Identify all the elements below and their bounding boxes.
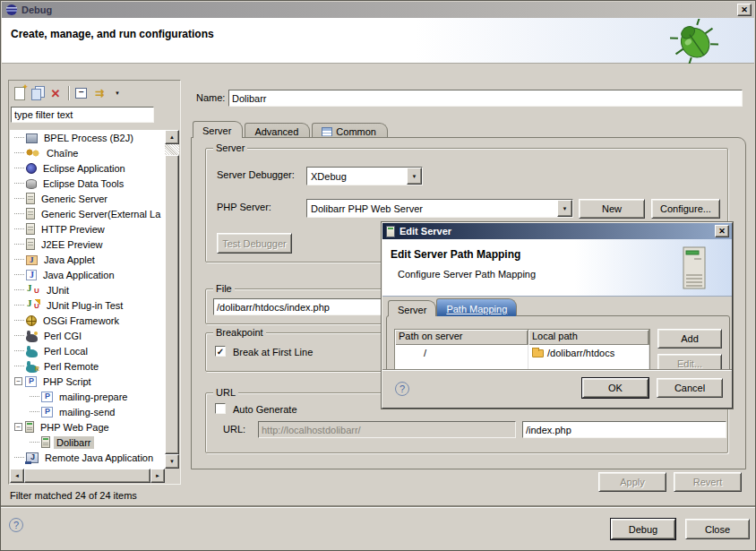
server-debugger-dropdown[interactable]: XDebug ▼: [306, 167, 423, 185]
window-close-button[interactable]: ✕: [737, 4, 752, 16]
name-input[interactable]: [228, 90, 743, 107]
scroll-right-button[interactable]: ►: [150, 469, 165, 483]
path-mapping-row[interactable]: //dolibarr/htdocs: [395, 345, 649, 361]
server-debugger-label: Server Debugger:: [217, 169, 295, 180]
tree-item-perl-local[interactable]: Perl Local: [10, 343, 165, 358]
tree-item-cha-ne[interactable]: Chaîne: [10, 145, 165, 160]
tab-common[interactable]: Common: [312, 123, 388, 138]
edit-server-dialog: Edit Server ✕ Edit Server Path Mapping C…: [382, 222, 733, 409]
toolbar-menu-arrow[interactable]: ▼: [108, 84, 126, 102]
auto-generate-label: Auto Generate: [233, 404, 297, 415]
tree-item-remote-java-application[interactable]: Remote Java Application: [10, 450, 165, 465]
window-title-bar[interactable]: Debug ✕: [2, 2, 754, 18]
tree-item-label: Generic Server(External La: [39, 208, 163, 220]
tree-line: [14, 457, 24, 458]
tree-line: [14, 183, 24, 184]
tree-item-label: Generic Server: [39, 193, 110, 205]
tree-item-mailing-prepare[interactable]: mailing-prepare: [10, 389, 165, 404]
collapse-toggle-icon[interactable]: −: [14, 423, 22, 431]
ok-button[interactable]: OK: [582, 378, 649, 398]
tree-item-java-application[interactable]: Java Application: [10, 267, 165, 282]
delete-configuration-button[interactable]: ✕: [47, 84, 64, 102]
tree-item-osgi-framework[interactable]: OSGi Framework: [10, 313, 165, 328]
table-icon: [322, 127, 332, 136]
edit-server-close-button[interactable]: ✕: [715, 225, 729, 237]
tree-line: [14, 350, 24, 351]
php-server-dropdown[interactable]: Dolibarr PHP Web Server ▼: [306, 199, 573, 218]
tree-item-junit-plug-in-test[interactable]: JUnit Plug-in Test: [10, 297, 165, 313]
tree-item-eclipse-data-tools[interactable]: Eclipse Data Tools: [10, 176, 165, 191]
filter-button[interactable]: ⇉: [90, 84, 108, 102]
edit-server-header: Edit Server Path Mapping Configure Serve…: [382, 239, 732, 297]
new-server-button[interactable]: New: [579, 199, 645, 219]
revert-button[interactable]: Revert: [674, 472, 742, 492]
tree-item-perl-cgi[interactable]: Perl CGI: [10, 328, 165, 343]
scroll-thumb[interactable]: [165, 155, 179, 454]
tree-item-php-web-page[interactable]: −PHP Web Page: [10, 419, 165, 435]
tree-item-generic-server[interactable]: Generic Server: [10, 191, 165, 206]
tree-item-bpel-process-b2j-[interactable]: BPEL Process (B2J): [10, 130, 165, 145]
configure-server-button[interactable]: Configure...: [651, 199, 720, 219]
tree-item-junit[interactable]: JUnit: [10, 282, 165, 297]
apply-button[interactable]: Apply: [598, 472, 666, 492]
tree-item-mailing-send[interactable]: mailing-send: [10, 404, 165, 419]
tree-item-http-preview[interactable]: HTTP Preview: [10, 221, 165, 237]
tree-line: [14, 213, 24, 214]
tree-line: [14, 137, 24, 138]
scroll-track[interactable]: [165, 144, 179, 155]
tree-item-generic-server-external-la[interactable]: Generic Server(External La: [10, 206, 165, 221]
tree-item-label: Java Application: [40, 269, 117, 281]
tree-item-eclipse-application[interactable]: Eclipse Application: [10, 160, 165, 176]
test-debugger-button[interactable]: Test Debugger: [217, 233, 292, 254]
tab-server[interactable]: Server: [193, 121, 243, 138]
column-path-on-server[interactable]: Path on server: [395, 330, 528, 345]
break-first-line-label: Break at First Line: [233, 347, 313, 357]
tab-advanced[interactable]: Advanced: [245, 123, 310, 138]
server-group-legend: Server: [213, 142, 247, 153]
tree-item-label: BPEL Process (B2J): [41, 132, 136, 144]
scroll-down-button[interactable]: ▼: [165, 454, 179, 469]
server-tower-icon: [682, 245, 709, 290]
eclipse-icon: [26, 163, 37, 174]
edit-server-title-bar[interactable]: Edit Server ✕: [382, 223, 732, 239]
tree-line: [14, 289, 24, 290]
close-button[interactable]: Close: [685, 519, 750, 539]
url-base-input: [258, 421, 516, 438]
duplicate-configuration-button[interactable]: [29, 84, 47, 102]
filter-status-text: Filter matched 24 of 24 items: [10, 490, 137, 501]
tree-horizontal-scrollbar[interactable]: ◄ ►: [10, 469, 165, 483]
tree-item-dolibarr[interactable]: Dolibarr: [10, 435, 165, 450]
new-configuration-button[interactable]: [11, 84, 29, 102]
collapse-toggle-icon[interactable]: −: [14, 377, 22, 385]
collapse-all-button[interactable]: [73, 84, 90, 102]
cancel-button[interactable]: Cancel: [657, 378, 723, 398]
tree-item-perl-remote[interactable]: Perl Remote: [10, 358, 165, 374]
camel-icon: [26, 349, 38, 357]
auto-generate-checkbox[interactable]: [215, 403, 226, 414]
edit-server-help-icon[interactable]: ?: [395, 382, 409, 396]
name-label: Name:: [196, 92, 225, 103]
add-mapping-button[interactable]: Add: [657, 329, 722, 349]
dropdown-arrow-icon[interactable]: ▼: [407, 168, 422, 185]
tab-path-mapping[interactable]: Path Mapping: [436, 298, 517, 316]
tree-item-java-applet[interactable]: Java Applet: [10, 252, 165, 267]
filter-input[interactable]: [11, 107, 154, 123]
tree-item-label: Remote Java Application: [42, 452, 156, 464]
tree-item-label: J2EE Preview: [39, 238, 105, 251]
column-local-path[interactable]: Local path: [528, 330, 649, 345]
debug-button[interactable]: Debug: [611, 519, 675, 539]
hscroll-thumb[interactable]: [24, 469, 150, 483]
server-green-icon: [25, 421, 34, 433]
url-path-input[interactable]: [522, 421, 726, 438]
osgi-icon: [26, 315, 37, 326]
tab-server-settings[interactable]: Server: [388, 300, 436, 316]
help-icon[interactable]: ?: [9, 518, 23, 532]
dropdown-arrow-icon[interactable]: ▼: [557, 200, 572, 217]
tree-item-j2ee-preview[interactable]: J2EE Preview: [10, 237, 165, 252]
scroll-left-button[interactable]: ◄: [10, 469, 24, 483]
tree-vertical-scrollbar[interactable]: ▲ ▼: [165, 130, 179, 469]
scroll-up-button[interactable]: ▲: [165, 130, 179, 144]
break-first-line-checkbox[interactable]: ✓: [215, 346, 226, 357]
tree-item-label: mailing-prepare: [56, 391, 130, 403]
tree-item-php-script[interactable]: −PHP Script: [10, 374, 165, 389]
